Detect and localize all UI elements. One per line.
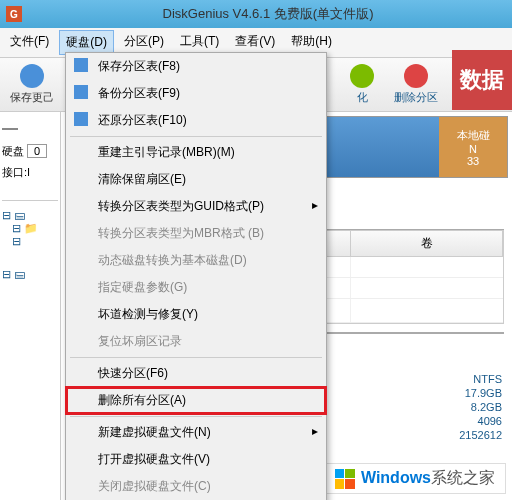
menu-item: 关闭虚拟硬盘文件(C) bbox=[66, 473, 326, 500]
window-title: DiskGenius V4.6.1 免费版(单文件版) bbox=[30, 5, 506, 23]
menu-item[interactable]: 还原分区表(F10) bbox=[66, 107, 326, 134]
menu-file[interactable]: 文件(F) bbox=[4, 30, 55, 55]
menu-item: 指定硬盘参数(G) bbox=[66, 274, 326, 301]
menu-item[interactable]: 重建主引导记录(MBR)(M) bbox=[66, 139, 326, 166]
data-badge-icon: 数据 bbox=[452, 50, 512, 110]
menu-item[interactable]: 坏道检测与修复(Y) bbox=[66, 301, 326, 328]
disk-label: 硬盘 bbox=[2, 145, 24, 157]
menu-item[interactable]: 保存分区表(F8) bbox=[66, 53, 326, 80]
menu-item: 动态磁盘转换为基本磁盘(D) bbox=[66, 247, 326, 274]
left-panel: 硬盘 0 接口:I ⊟ 🖴 ⊟ 📁 ⊟ ⊟ 🖴 bbox=[0, 112, 61, 500]
menu-item[interactable]: 清除保留扇区(E) bbox=[66, 166, 326, 193]
delete-icon bbox=[404, 64, 428, 88]
format-button[interactable]: 化 bbox=[344, 62, 380, 107]
menu-item: 转换分区表类型为MBR格式 (B) bbox=[66, 220, 326, 247]
restore-icon bbox=[74, 112, 88, 126]
partition-details: NTFS 17.9GB 8.2GB 4096 2152612 bbox=[459, 372, 502, 442]
windows-logo-icon bbox=[335, 469, 355, 489]
delete-partition-button[interactable]: 删除分区 bbox=[388, 62, 444, 107]
backup-icon bbox=[74, 85, 88, 99]
save-icon bbox=[74, 58, 88, 72]
save-icon bbox=[20, 64, 44, 88]
col-vol[interactable]: 卷 bbox=[351, 231, 503, 256]
disk-selector[interactable]: 0 bbox=[27, 144, 47, 158]
menu-item[interactable]: 新建虚拟硬盘文件(N) bbox=[66, 419, 326, 446]
hr-icon bbox=[2, 128, 18, 132]
watermark: Windows系统之家 bbox=[324, 463, 506, 494]
menu-item[interactable]: 打开虚拟硬盘文件(V) bbox=[66, 446, 326, 473]
menu-item[interactable]: 备份分区表(F9) bbox=[66, 80, 326, 107]
app-icon: G bbox=[6, 6, 22, 22]
menu-item: 复位坏扇区记录 bbox=[66, 328, 326, 355]
band-badge: 本地碰 N 33 bbox=[439, 117, 507, 177]
disk-menu-dropdown: 保存分区表(F8)备份分区表(F9)还原分区表(F10)重建主引导记录(MBR)… bbox=[65, 52, 327, 500]
menu-item[interactable]: 删除所有分区(A) bbox=[66, 387, 326, 414]
format-icon bbox=[350, 64, 374, 88]
save-button[interactable]: 保存更己 bbox=[4, 62, 60, 107]
menu-item[interactable]: 转换分区表类型为GUID格式(P) bbox=[66, 193, 326, 220]
port-label: 接口:I bbox=[2, 165, 58, 180]
menu-item[interactable]: 快速分区(F6) bbox=[66, 360, 326, 387]
